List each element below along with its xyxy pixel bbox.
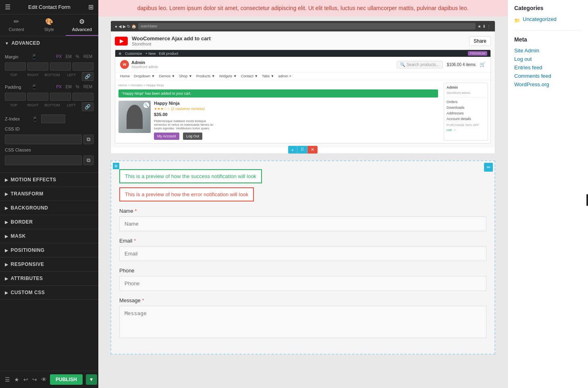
advanced-section-header[interactable]: ▼ Advanced (0, 36, 98, 50)
add-to-cart-btn-small[interactable]: cart → (447, 128, 485, 132)
tab-style[interactable]: 🎨 Style (33, 15, 65, 36)
message-label: Message * (119, 297, 486, 303)
margin-responsive-icon[interactable]: 📱 (31, 54, 37, 59)
motion-effects-header[interactable]: ▶ Motion Effects (0, 173, 98, 187)
settings-icon[interactable]: ☰ (5, 376, 10, 383)
yt-share-button[interactable]: Share (469, 36, 491, 46)
account-menu-downloads[interactable]: Downloads (447, 105, 485, 110)
margin-unit-rem[interactable]: REM (82, 54, 93, 59)
my-account-button[interactable]: My Account (154, 133, 179, 140)
margin-right-input[interactable] (27, 62, 48, 71)
message-field-group: Message * (119, 297, 486, 339)
margin-unit-percent[interactable]: % (75, 54, 81, 59)
nav-shop[interactable]: Shop ▼ (179, 74, 192, 78)
padding-bottom-input[interactable] (50, 93, 71, 101)
border-header[interactable]: ▶ Border (0, 215, 98, 229)
grid-icon[interactable]: ⊞ (88, 3, 93, 11)
meta-entries-feed-link[interactable]: Entries feed (514, 64, 582, 71)
nav-admin[interactable]: admin × (278, 74, 291, 78)
margin-unit-em[interactable]: EM (64, 54, 73, 59)
margin-left-input[interactable] (73, 62, 93, 71)
advanced-section-label: Advanced (11, 40, 40, 46)
undo-icon[interactable]: ↩ (23, 376, 28, 383)
embed-close-btn[interactable]: ✕ (308, 146, 318, 154)
error-notification: This is a preview of how the error notif… (119, 187, 254, 201)
attributes-header[interactable]: ▶ Attributes (0, 272, 98, 285)
css-classes-copy-btn[interactable]: ⧉ (83, 156, 93, 165)
margin-top-input[interactable] (5, 62, 26, 71)
padding-right-input[interactable] (27, 93, 48, 101)
nav-tabs[interactable]: Tabs ▼ (262, 74, 274, 78)
nav-products[interactable]: Products ▼ (196, 74, 215, 78)
search-bar[interactable]: 🔍 Search products... (397, 61, 443, 68)
meta-comments-feed-link[interactable]: Comments feed (514, 73, 582, 79)
embed-move-btn[interactable]: ⠿ (297, 146, 308, 154)
browser-url-text: watchlater (141, 24, 157, 28)
responsive-label: Responsive (11, 261, 44, 267)
attributes-arrow: ▶ (5, 276, 8, 281)
margin-bottom-input[interactable] (50, 62, 71, 71)
nav-dropdown[interactable]: Dropdown ▼ (134, 74, 155, 78)
tab-content[interactable]: ✏ Content (0, 15, 33, 36)
advanced-section: ▼ Advanced Margin 📱 PX EM % REM (0, 36, 98, 173)
margin-link-icon[interactable]: 🔗 (82, 72, 93, 81)
nav-home[interactable]: Home (120, 74, 130, 78)
positioning-label: Positioning (11, 247, 45, 253)
margin-unit-px[interactable]: PX (55, 54, 63, 59)
padding-unit-em[interactable]: EM (64, 84, 73, 89)
hamburger-icon[interactable]: ☰ (5, 3, 10, 11)
padding-link-icon[interactable]: 🔗 (82, 102, 93, 111)
account-menu-addresses[interactable]: Addresses (447, 110, 485, 116)
eye-icon[interactable]: 👁 (41, 376, 47, 383)
mask-header[interactable]: ▶ Mask (0, 229, 98, 243)
css-id-copy-btn[interactable]: ⧉ (83, 135, 93, 144)
padding-unit-percent[interactable]: % (75, 84, 81, 89)
form-handle-icon[interactable]: ⊞ (113, 163, 119, 169)
css-id-input[interactable] (5, 135, 82, 144)
account-menu-account[interactable]: Account details (447, 116, 485, 122)
browser-url-bar[interactable]: watchlater (138, 23, 476, 29)
padding-unit-rem[interactable]: REM (82, 84, 93, 89)
name-input[interactable] (119, 216, 486, 231)
transform-arrow: ▶ (5, 192, 8, 196)
star-icon[interactable]: ★ (14, 376, 19, 383)
category-uncategorized-link[interactable]: Uncategorized (523, 16, 557, 22)
form-edit-icon[interactable]: ✏ (484, 163, 493, 172)
redo-icon[interactable]: ↪ (32, 376, 37, 383)
account-menu-orders[interactable]: Orders (447, 99, 485, 105)
publish-button[interactable]: PUBLISH (50, 374, 83, 385)
contact-form-section: ⊞ ✏ This is a preview of how the success… (110, 160, 495, 355)
css-classes-row: CSS Classes (5, 147, 93, 152)
nav-contact[interactable]: Contact ▼ (241, 74, 258, 78)
background-header[interactable]: ▶ Background (0, 201, 98, 215)
email-input[interactable] (119, 246, 486, 261)
padding-label: Padding (5, 85, 29, 89)
z-index-responsive-icon[interactable]: 📱 (32, 116, 38, 122)
log-out-button[interactable]: Log Out (183, 133, 202, 140)
nav-widgets[interactable]: Widgets ▼ (219, 74, 237, 78)
positioning-header[interactable]: ▶ Positioning (0, 243, 98, 257)
padding-left-input[interactable] (73, 93, 93, 101)
product-zoom-icon[interactable]: 🔍 (143, 102, 149, 108)
account-dropdown-email: Storefront admin (447, 91, 485, 95)
z-index-row: Z-Index 📱 (5, 114, 93, 123)
site-name-group: Admin Storefront admin (131, 60, 158, 69)
meta-wordpress-org-link[interactable]: WordPress.org (514, 81, 582, 87)
meta-log-out-link[interactable]: Log out (514, 56, 582, 62)
z-index-input[interactable] (41, 114, 65, 123)
embed-plus-btn[interactable]: + (288, 146, 297, 154)
message-textarea[interactable] (119, 306, 486, 338)
publish-dropdown-button[interactable]: ▼ (86, 374, 97, 385)
responsive-header[interactable]: ▶ Responsive (0, 257, 98, 271)
phone-input[interactable] (119, 276, 486, 291)
custom-css-header[interactable]: ▶ Custom CSS (0, 286, 98, 299)
tab-advanced[interactable]: ⚙ Advanced (66, 15, 98, 36)
padding-responsive-icon[interactable]: 📱 (31, 84, 37, 89)
nav-demos[interactable]: Demos ▼ (159, 74, 175, 78)
transform-header[interactable]: ▶ Transform (0, 187, 98, 201)
cart-icon[interactable]: 🛒 (480, 62, 486, 67)
padding-top-input[interactable] (5, 93, 26, 101)
padding-unit-px[interactable]: PX (55, 84, 63, 89)
css-classes-input[interactable] (5, 156, 82, 165)
meta-site-admin-link[interactable]: Site Admin (514, 48, 582, 54)
